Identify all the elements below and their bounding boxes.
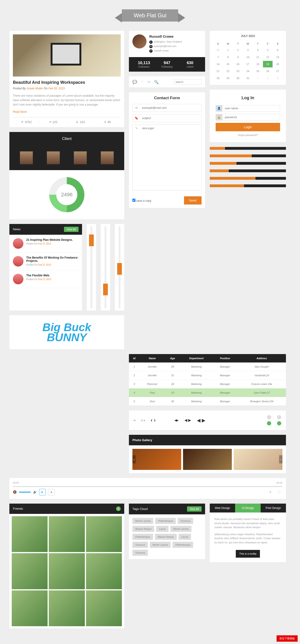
save-copy-checkbox[interactable]: save a copy bbox=[132, 199, 151, 202]
calendar-day[interactable]: 13 bbox=[273, 54, 282, 60]
article-author[interactable]: Gisele Muller bbox=[27, 87, 43, 90]
friend-avatar[interactable] bbox=[86, 553, 122, 589]
calendar-day[interactable]: 25 bbox=[253, 68, 262, 74]
calendar-day[interactable]: 14 bbox=[213, 61, 223, 68]
profile-avatar[interactable] bbox=[132, 34, 146, 48]
download-template-button[interactable]: 前往下载模板 bbox=[276, 635, 298, 638]
calendar-day[interactable]: 11 bbox=[253, 54, 262, 60]
view-all-button[interactable]: View All bbox=[187, 506, 202, 512]
calendar-day[interactable]: 21 bbox=[213, 68, 223, 74]
client-avatar[interactable] bbox=[20, 152, 33, 164]
calendar-day[interactable]: 1 bbox=[223, 47, 232, 53]
video-card[interactable]: Big BuckBUNNY bbox=[9, 315, 124, 350]
friend-avatar[interactable] bbox=[49, 516, 85, 552]
radio-dot[interactable] bbox=[277, 421, 281, 426]
calendar-day[interactable]: 24 bbox=[243, 68, 252, 74]
table-row[interactable]: 5Jhon35MarkeingManagerRivington Street,1… bbox=[129, 397, 286, 406]
calendar-day[interactable]: 10 bbox=[243, 54, 252, 60]
tag[interactable]: Morbi Lacinia bbox=[132, 518, 153, 524]
calendar-day[interactable]: 19 bbox=[263, 61, 272, 68]
friend-avatar[interactable] bbox=[12, 590, 48, 626]
tag[interactable]: Lacus bbox=[179, 534, 191, 540]
arrow-pair-icon[interactable]: ‹ › bbox=[151, 417, 156, 423]
radio-dot[interactable] bbox=[267, 415, 271, 419]
client-avatar[interactable] bbox=[101, 152, 114, 164]
calendar-day[interactable]: 1 bbox=[253, 75, 262, 82]
mute-icon[interactable]: 🔇 bbox=[13, 490, 17, 494]
gallery-image[interactable] bbox=[234, 449, 282, 470]
calendar-day[interactable]: 23 bbox=[233, 68, 243, 74]
news-item[interactable]: The Benefits Of Working On Freelance Pro… bbox=[9, 252, 82, 270]
calendar-day[interactable]: 30 bbox=[233, 75, 243, 82]
gallery-image[interactable] bbox=[183, 449, 232, 470]
gallery-image[interactable] bbox=[132, 449, 181, 470]
tab[interactable]: Print Design bbox=[261, 504, 286, 512]
tag[interactable]: Vivamus bbox=[132, 542, 148, 548]
triangle-pair-icon[interactable]: ◀▶ bbox=[174, 419, 179, 422]
table-row[interactable]: 1Jennifer28MarkeingManagerMax Dought bbox=[129, 362, 286, 371]
calendar-day[interactable]: 17 bbox=[243, 61, 252, 68]
gallery-next-button[interactable]: › bbox=[279, 455, 282, 463]
tab[interactable]: Web Design bbox=[210, 504, 235, 512]
gallery-prev-button[interactable]: ‹ bbox=[132, 455, 136, 463]
calendar-day[interactable]: 9 bbox=[233, 54, 243, 60]
mail-icon[interactable]: ✉ bbox=[147, 80, 151, 84]
friend-avatar[interactable] bbox=[12, 553, 48, 589]
calendar-day[interactable]: 28 bbox=[213, 75, 223, 82]
contact-subject-input[interactable] bbox=[140, 114, 201, 122]
calendar-day[interactable]: 8 bbox=[223, 54, 232, 60]
news-item[interactable]: The Flexible Web.Posted On Fed 21 2013 bbox=[9, 270, 82, 288]
friend-avatar[interactable] bbox=[49, 553, 85, 589]
calendar-day[interactable]: 7 bbox=[213, 54, 223, 60]
triangle-pair-icon[interactable]: ◀ ▶ bbox=[197, 418, 205, 423]
triangle-pair-icon[interactable]: ◀ ▶ bbox=[185, 418, 191, 422]
calendar-day[interactable]: 20 bbox=[273, 61, 282, 68]
arrow-pair-icon[interactable]: ‹ › bbox=[141, 418, 145, 422]
heart-icon[interactable]: ♡ bbox=[141, 80, 144, 84]
calendar-day[interactable]: 16 bbox=[233, 61, 243, 68]
calendar-day[interactable]: 6 bbox=[273, 47, 282, 53]
calendar-day[interactable]: 30 bbox=[213, 47, 223, 53]
tag[interactable]: Vivamus bbox=[132, 550, 148, 556]
tag[interactable]: Vivamus bbox=[178, 518, 193, 524]
fullscreen-button[interactable]: ⛶ bbox=[276, 489, 282, 496]
client-avatar[interactable] bbox=[47, 152, 60, 164]
calendar-day[interactable]: 29 bbox=[223, 75, 232, 82]
tag[interactable]: Pellentesque bbox=[155, 518, 176, 524]
calendar-day[interactable]: 12 bbox=[263, 54, 272, 60]
friend-avatar[interactable] bbox=[86, 590, 122, 626]
calendar-day[interactable]: 3 bbox=[243, 47, 252, 53]
tag[interactable]: Pellentesque bbox=[173, 542, 193, 548]
friend-avatar[interactable] bbox=[49, 590, 85, 626]
search-input[interactable] bbox=[174, 79, 202, 85]
volume-icon[interactable]: 🔊 bbox=[33, 490, 37, 494]
news-item[interactable]: 21 Inspiring Plan Website Designs.Posted… bbox=[9, 235, 82, 252]
vertical-slider[interactable] bbox=[87, 224, 96, 310]
tag[interactable]: Aliqum Neque bbox=[132, 526, 154, 532]
read-more-link[interactable]: Read More bbox=[13, 110, 27, 114]
password-input[interactable] bbox=[222, 114, 280, 120]
play-button[interactable]: ▶ bbox=[39, 489, 46, 496]
calendar-day[interactable]: 27 bbox=[273, 68, 282, 74]
tab[interactable]: Ul Design bbox=[235, 504, 260, 512]
stop-button[interactable]: ■ bbox=[48, 489, 55, 496]
friend-avatar[interactable] bbox=[86, 516, 122, 552]
username-input[interactable] bbox=[222, 105, 280, 112]
calendar-day[interactable]: 18 bbox=[253, 61, 262, 68]
tag[interactable]: Lacus bbox=[156, 526, 169, 532]
calendar-day[interactable]: 26 bbox=[263, 68, 272, 74]
client-avatar[interactable] bbox=[74, 152, 87, 164]
calendar-day[interactable]: 4 bbox=[253, 47, 262, 53]
tag[interactable]: Aliqum Neque bbox=[155, 534, 177, 540]
table-row[interactable]: 3Plummer28MarkeingManagerFrancis Lewis 1… bbox=[129, 380, 286, 388]
calendar-day[interactable]: 15 bbox=[223, 61, 232, 68]
volume-slider[interactable] bbox=[19, 492, 31, 492]
friend-avatar[interactable] bbox=[12, 516, 48, 552]
contact-message-input[interactable] bbox=[140, 125, 201, 190]
calendar-day[interactable]: 5 bbox=[263, 47, 272, 53]
contact-email-input[interactable] bbox=[140, 104, 201, 112]
radio-dot[interactable] bbox=[267, 421, 271, 426]
calendar-day[interactable]: 3 bbox=[273, 75, 282, 82]
seek-bar[interactable] bbox=[13, 486, 282, 487]
view-all-button[interactable]: View All bbox=[64, 227, 79, 232]
